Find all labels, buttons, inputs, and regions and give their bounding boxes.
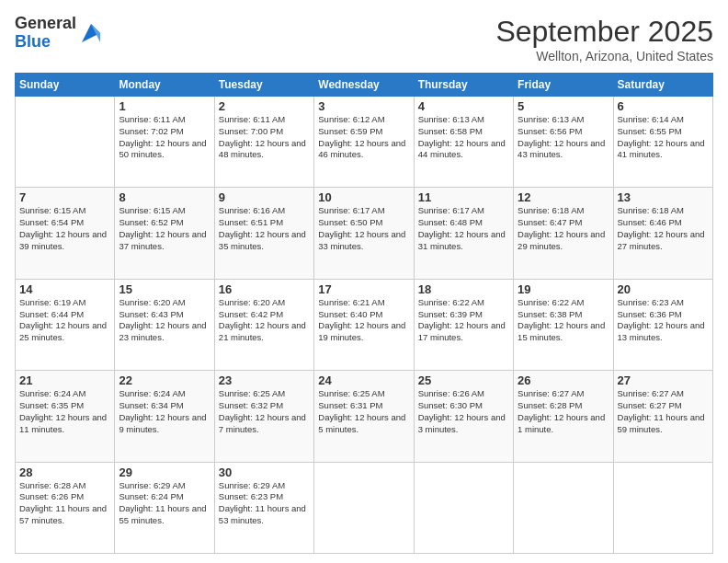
day-cell: 7Sunrise: 6:15 AM Sunset: 6:54 PM Daylig… xyxy=(16,188,115,279)
day-cell: 19Sunrise: 6:22 AM Sunset: 6:38 PM Dayli… xyxy=(514,279,613,370)
day-number: 10 xyxy=(318,190,409,204)
day-cell xyxy=(314,462,414,553)
day-cell: 28Sunrise: 6:28 AM Sunset: 6:26 PM Dayli… xyxy=(16,462,115,553)
day-cell: 24Sunrise: 6:25 AM Sunset: 6:31 PM Dayli… xyxy=(314,371,414,462)
week-row-5: 28Sunrise: 6:28 AM Sunset: 6:26 PM Dayli… xyxy=(16,462,713,553)
logo-icon xyxy=(78,20,104,46)
location: Wellton, Arizona, United States xyxy=(495,49,713,63)
day-number: 23 xyxy=(219,373,310,387)
day-number: 5 xyxy=(518,99,609,113)
day-number: 14 xyxy=(19,282,110,296)
day-cell: 12Sunrise: 6:18 AM Sunset: 6:47 PM Dayli… xyxy=(514,188,613,279)
month-title: September 2025 xyxy=(495,15,713,49)
day-cell: 10Sunrise: 6:17 AM Sunset: 6:50 PM Dayli… xyxy=(314,188,414,279)
logo: General Blue xyxy=(15,15,104,52)
day-detail: Sunrise: 6:12 AM Sunset: 6:59 PM Dayligh… xyxy=(318,114,409,161)
day-detail: Sunrise: 6:25 AM Sunset: 6:31 PM Dayligh… xyxy=(318,388,409,435)
day-number: 3 xyxy=(318,99,409,113)
day-detail: Sunrise: 6:29 AM Sunset: 6:24 PM Dayligh… xyxy=(119,480,210,527)
title-block: September 2025 Wellton, Arizona, United … xyxy=(495,15,713,63)
day-cell: 16Sunrise: 6:20 AM Sunset: 6:42 PM Dayli… xyxy=(214,279,313,370)
day-number: 1 xyxy=(119,99,210,113)
day-number: 13 xyxy=(618,190,709,204)
day-detail: Sunrise: 6:13 AM Sunset: 6:56 PM Dayligh… xyxy=(518,114,609,161)
day-detail: Sunrise: 6:20 AM Sunset: 6:43 PM Dayligh… xyxy=(119,297,210,344)
day-number: 19 xyxy=(518,282,609,296)
day-cell: 13Sunrise: 6:18 AM Sunset: 6:46 PM Dayli… xyxy=(613,188,712,279)
day-cell: 6Sunrise: 6:14 AM Sunset: 6:55 PM Daylig… xyxy=(613,97,712,188)
day-number: 27 xyxy=(618,373,709,387)
day-cell xyxy=(613,462,712,553)
day-detail: Sunrise: 6:27 AM Sunset: 6:27 PM Dayligh… xyxy=(618,388,709,435)
header-thursday: Thursday xyxy=(414,74,513,97)
day-number: 7 xyxy=(19,190,110,204)
header-monday: Monday xyxy=(115,74,214,97)
day-detail: Sunrise: 6:24 AM Sunset: 6:34 PM Dayligh… xyxy=(119,388,210,435)
day-number: 9 xyxy=(219,190,310,204)
day-detail: Sunrise: 6:22 AM Sunset: 6:39 PM Dayligh… xyxy=(418,297,509,344)
day-cell: 18Sunrise: 6:22 AM Sunset: 6:39 PM Dayli… xyxy=(414,279,513,370)
day-cell: 3Sunrise: 6:12 AM Sunset: 6:59 PM Daylig… xyxy=(314,97,414,188)
weekday-header-row: Sunday Monday Tuesday Wednesday Thursday… xyxy=(16,74,713,97)
day-cell: 1Sunrise: 6:11 AM Sunset: 7:02 PM Daylig… xyxy=(115,97,214,188)
day-cell: 23Sunrise: 6:25 AM Sunset: 6:32 PM Dayli… xyxy=(214,371,313,462)
day-number: 4 xyxy=(418,99,509,113)
day-detail: Sunrise: 6:14 AM Sunset: 6:55 PM Dayligh… xyxy=(618,114,709,161)
day-cell: 25Sunrise: 6:26 AM Sunset: 6:30 PM Dayli… xyxy=(414,371,513,462)
day-cell xyxy=(16,97,115,188)
logo-blue: Blue xyxy=(15,33,76,52)
day-cell: 11Sunrise: 6:17 AM Sunset: 6:48 PM Dayli… xyxy=(414,188,513,279)
day-cell: 4Sunrise: 6:13 AM Sunset: 6:58 PM Daylig… xyxy=(414,97,513,188)
header-saturday: Saturday xyxy=(613,74,712,97)
day-detail: Sunrise: 6:17 AM Sunset: 6:48 PM Dayligh… xyxy=(418,205,509,252)
day-cell xyxy=(414,462,513,553)
day-detail: Sunrise: 6:22 AM Sunset: 6:38 PM Dayligh… xyxy=(518,297,609,344)
day-cell: 17Sunrise: 6:21 AM Sunset: 6:40 PM Dayli… xyxy=(314,279,414,370)
week-row-2: 7Sunrise: 6:15 AM Sunset: 6:54 PM Daylig… xyxy=(16,188,713,279)
day-cell: 21Sunrise: 6:24 AM Sunset: 6:35 PM Dayli… xyxy=(16,371,115,462)
header-tuesday: Tuesday xyxy=(214,74,313,97)
day-cell: 22Sunrise: 6:24 AM Sunset: 6:34 PM Dayli… xyxy=(115,371,214,462)
day-detail: Sunrise: 6:28 AM Sunset: 6:26 PM Dayligh… xyxy=(19,480,110,527)
day-cell: 14Sunrise: 6:19 AM Sunset: 6:44 PM Dayli… xyxy=(16,279,115,370)
day-detail: Sunrise: 6:24 AM Sunset: 6:35 PM Dayligh… xyxy=(19,388,110,435)
day-number: 24 xyxy=(318,373,409,387)
day-number: 26 xyxy=(518,373,609,387)
day-cell xyxy=(514,462,613,553)
day-detail: Sunrise: 6:26 AM Sunset: 6:30 PM Dayligh… xyxy=(418,388,509,435)
day-detail: Sunrise: 6:27 AM Sunset: 6:28 PM Dayligh… xyxy=(518,388,609,435)
day-detail: Sunrise: 6:15 AM Sunset: 6:54 PM Dayligh… xyxy=(19,205,110,252)
day-detail: Sunrise: 6:11 AM Sunset: 7:00 PM Dayligh… xyxy=(219,114,310,161)
header-wednesday: Wednesday xyxy=(314,74,414,97)
day-number: 28 xyxy=(19,465,110,479)
day-number: 16 xyxy=(219,282,310,296)
day-number: 29 xyxy=(119,465,210,479)
day-number: 15 xyxy=(119,282,210,296)
day-number: 12 xyxy=(518,190,609,204)
day-detail: Sunrise: 6:13 AM Sunset: 6:58 PM Dayligh… xyxy=(418,114,509,161)
day-detail: Sunrise: 6:15 AM Sunset: 6:52 PM Dayligh… xyxy=(119,205,210,252)
logo-general: General xyxy=(15,15,76,33)
day-cell: 8Sunrise: 6:15 AM Sunset: 6:52 PM Daylig… xyxy=(115,188,214,279)
week-row-1: 1Sunrise: 6:11 AM Sunset: 7:02 PM Daylig… xyxy=(16,97,713,188)
header-friday: Friday xyxy=(514,74,613,97)
day-cell: 20Sunrise: 6:23 AM Sunset: 6:36 PM Dayli… xyxy=(613,279,712,370)
day-detail: Sunrise: 6:29 AM Sunset: 6:23 PM Dayligh… xyxy=(219,480,310,527)
day-detail: Sunrise: 6:19 AM Sunset: 6:44 PM Dayligh… xyxy=(19,297,110,344)
day-cell: 15Sunrise: 6:20 AM Sunset: 6:43 PM Dayli… xyxy=(115,279,214,370)
day-detail: Sunrise: 6:25 AM Sunset: 6:32 PM Dayligh… xyxy=(219,388,310,435)
page: General Blue September 2025 Wellton, Ari… xyxy=(0,0,728,563)
day-detail: Sunrise: 6:16 AM Sunset: 6:51 PM Dayligh… xyxy=(219,205,310,252)
day-detail: Sunrise: 6:23 AM Sunset: 6:36 PM Dayligh… xyxy=(618,297,709,344)
day-detail: Sunrise: 6:18 AM Sunset: 6:46 PM Dayligh… xyxy=(618,205,709,252)
day-cell: 2Sunrise: 6:11 AM Sunset: 7:00 PM Daylig… xyxy=(214,97,313,188)
logo-text: General Blue xyxy=(15,15,76,52)
day-detail: Sunrise: 6:11 AM Sunset: 7:02 PM Dayligh… xyxy=(119,114,210,161)
day-cell: 30Sunrise: 6:29 AM Sunset: 6:23 PM Dayli… xyxy=(214,462,313,553)
day-detail: Sunrise: 6:20 AM Sunset: 6:42 PM Dayligh… xyxy=(219,297,310,344)
week-row-4: 21Sunrise: 6:24 AM Sunset: 6:35 PM Dayli… xyxy=(16,371,713,462)
day-detail: Sunrise: 6:18 AM Sunset: 6:47 PM Dayligh… xyxy=(518,205,609,252)
day-number: 25 xyxy=(418,373,509,387)
day-detail: Sunrise: 6:21 AM Sunset: 6:40 PM Dayligh… xyxy=(318,297,409,344)
day-number: 17 xyxy=(318,282,409,296)
